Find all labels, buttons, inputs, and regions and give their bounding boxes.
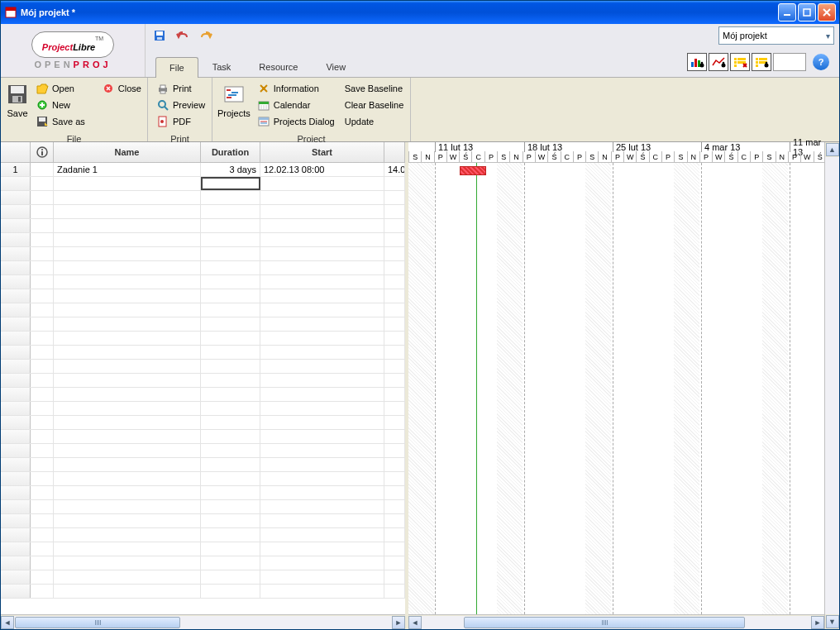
cell-name[interactable] bbox=[54, 444, 201, 457]
scroll-down-icon[interactable]: ▼ bbox=[826, 615, 839, 628]
cell-name[interactable] bbox=[54, 388, 201, 401]
cell-info[interactable] bbox=[31, 346, 54, 359]
row-number[interactable] bbox=[1, 261, 31, 274]
scroll-thumb[interactable] bbox=[464, 617, 745, 628]
cell-info[interactable] bbox=[31, 444, 54, 457]
table-row[interactable] bbox=[1, 570, 405, 585]
cell-start[interactable] bbox=[260, 205, 384, 218]
cell-start[interactable] bbox=[260, 585, 384, 598]
open-button[interactable]: Open bbox=[32, 81, 88, 96]
cell-duration[interactable] bbox=[201, 346, 260, 359]
cell-duration[interactable] bbox=[201, 205, 260, 218]
projects-button[interactable]: Projects bbox=[217, 81, 251, 118]
row-number[interactable] bbox=[1, 303, 31, 317]
cell-start[interactable] bbox=[260, 416, 384, 429]
cell-duration[interactable] bbox=[201, 528, 260, 542]
row-number[interactable] bbox=[1, 219, 31, 232]
gantt-h-scrollbar[interactable]: ◄ ► bbox=[408, 614, 824, 629]
scroll-right-icon[interactable]: ► bbox=[811, 616, 824, 629]
save-button[interactable]: Save bbox=[6, 81, 29, 118]
cell-name[interactable]: Zadanie 1 bbox=[54, 163, 201, 176]
cell-duration[interactable] bbox=[201, 303, 260, 317]
cell-start[interactable] bbox=[260, 542, 384, 556]
table-row[interactable] bbox=[1, 205, 405, 219]
cell-end[interactable] bbox=[384, 346, 405, 359]
table-row[interactable] bbox=[1, 528, 405, 542]
cell-end[interactable] bbox=[384, 233, 405, 246]
cell-name[interactable] bbox=[54, 346, 201, 359]
row-number[interactable] bbox=[1, 374, 31, 387]
cell-info[interactable] bbox=[31, 570, 54, 584]
cell-duration[interactable] bbox=[201, 374, 260, 387]
row-number[interactable] bbox=[1, 388, 31, 401]
saveas-button[interactable]: Save as bbox=[32, 114, 88, 129]
cell-info[interactable] bbox=[31, 191, 54, 204]
cell-end[interactable] bbox=[384, 472, 405, 485]
cell-info[interactable] bbox=[31, 233, 54, 246]
table-row[interactable] bbox=[1, 585, 405, 599]
cell-info[interactable] bbox=[31, 486, 54, 499]
tab-resource[interactable]: Resource bbox=[245, 56, 312, 77]
cell-end[interactable] bbox=[384, 261, 405, 274]
cell-duration[interactable] bbox=[201, 430, 260, 443]
preview-button[interactable]: Preview bbox=[153, 98, 208, 112]
cell-start[interactable] bbox=[260, 500, 384, 513]
table-row[interactable] bbox=[1, 317, 405, 332]
cell-name[interactable] bbox=[54, 332, 201, 345]
cell-info[interactable] bbox=[31, 500, 54, 513]
cell-end[interactable] bbox=[384, 275, 405, 289]
table-row[interactable] bbox=[1, 388, 405, 402]
cell-info[interactable] bbox=[31, 416, 54, 429]
cell-name[interactable] bbox=[54, 514, 201, 527]
cell-end[interactable] bbox=[384, 416, 405, 429]
cell-start[interactable] bbox=[260, 528, 384, 542]
row-number[interactable] bbox=[1, 233, 31, 246]
row-number[interactable] bbox=[1, 542, 31, 556]
header-duration[interactable]: Duration bbox=[201, 142, 260, 162]
cell-end[interactable] bbox=[384, 528, 405, 542]
row-number[interactable] bbox=[1, 177, 31, 190]
table-row[interactable] bbox=[1, 233, 405, 247]
row-number[interactable] bbox=[1, 360, 31, 373]
table-row[interactable]: 1Zadanie 13 days12.02.13 08:0014.02 bbox=[1, 163, 405, 177]
cell-info[interactable] bbox=[31, 360, 54, 373]
cell-end[interactable] bbox=[384, 289, 405, 303]
table-row[interactable] bbox=[1, 261, 405, 275]
view-resource-usage-icon[interactable] bbox=[752, 53, 771, 71]
cell-end[interactable] bbox=[384, 458, 405, 471]
cell-duration[interactable] bbox=[201, 388, 260, 401]
cell-duration[interactable]: 3 days bbox=[201, 163, 260, 176]
calendar-button[interactable]: Calendar bbox=[254, 98, 338, 112]
cell-duration[interactable] bbox=[201, 402, 260, 415]
cell-start[interactable] bbox=[260, 514, 384, 527]
redo-icon[interactable] bbox=[197, 26, 215, 45]
row-number[interactable] bbox=[1, 458, 31, 471]
quick-save-icon[interactable] bbox=[150, 26, 169, 45]
cell-end[interactable] bbox=[384, 514, 405, 527]
cell-duration[interactable] bbox=[201, 233, 260, 246]
row-number[interactable]: 1 bbox=[1, 163, 31, 176]
cell-info[interactable] bbox=[31, 430, 54, 443]
cell-duration[interactable] bbox=[201, 500, 260, 513]
cell-end[interactable] bbox=[384, 360, 405, 373]
cell-name[interactable] bbox=[54, 205, 201, 218]
cell-info[interactable] bbox=[31, 458, 54, 471]
save-baseline-button[interactable]: Save Baseline bbox=[341, 81, 408, 96]
cell-info[interactable] bbox=[31, 177, 54, 190]
cell-end[interactable]: 14.02 bbox=[384, 163, 405, 176]
cell-duration[interactable] bbox=[201, 332, 260, 345]
table-row[interactable] bbox=[1, 514, 405, 528]
cell-start[interactable] bbox=[260, 191, 384, 204]
cell-end[interactable] bbox=[384, 219, 405, 232]
row-number[interactable] bbox=[1, 570, 31, 584]
project-selector[interactable]: Mój projekt ▾ bbox=[718, 26, 834, 45]
header-end[interactable] bbox=[384, 142, 405, 162]
undo-icon[interactable] bbox=[174, 26, 192, 45]
table-row[interactable] bbox=[1, 500, 405, 514]
view-histogram-icon[interactable] bbox=[687, 53, 707, 71]
cell-name[interactable] bbox=[54, 528, 201, 542]
cell-info[interactable] bbox=[31, 163, 54, 176]
cell-duration[interactable] bbox=[201, 317, 260, 331]
cell-start[interactable] bbox=[260, 261, 384, 274]
table-h-scrollbar[interactable]: ◄ ► bbox=[1, 614, 405, 629]
